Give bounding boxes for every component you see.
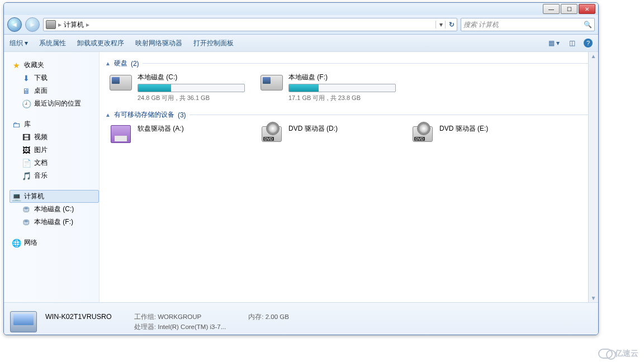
nav-bar: ◄ ► ▸ 计算机 ▸ ▾ ↻ 搜索 计算机 🔍 <box>4 15 598 35</box>
help-icon[interactable]: ? <box>584 39 593 47</box>
sidebar-local-disk-c[interactable]: ⛃本地磁盘 (C:) <box>20 203 99 216</box>
usage-bar <box>138 84 245 92</box>
forward-button[interactable]: ► <box>25 17 40 32</box>
computer-icon: 💻 <box>12 192 21 201</box>
sidebar-documents[interactable]: 📄文档 <box>20 156 99 169</box>
sidebar-local-disk-f[interactable]: ⛃本地磁盘 (F:) <box>20 216 99 228</box>
group-removable[interactable]: ▲ 有可移动存储的设备 (3) <box>105 110 593 120</box>
back-button[interactable]: ◄ <box>7 17 22 32</box>
scrollbar[interactable]: ▲▼ <box>588 52 598 302</box>
sidebar-music[interactable]: 🎵音乐 <box>20 169 99 182</box>
group-hard-drives[interactable]: ▲ 硬盘 (2) <box>105 59 593 68</box>
music-icon: 🎵 <box>22 172 31 180</box>
video-icon: 🎞 <box>22 133 31 142</box>
sidebar-videos[interactable]: 🎞视频 <box>20 131 99 144</box>
search-icon: 🔍 <box>584 21 592 28</box>
watermark: 亿速云 <box>598 349 638 359</box>
address-bar[interactable]: ▸ 计算机 ▸ ▾ ↻ <box>43 18 457 31</box>
recent-icon: 🕘 <box>22 99 31 108</box>
view-options-icon[interactable]: ▦ ▾ <box>548 39 560 47</box>
organize-menu[interactable]: 组织 ▾ <box>10 39 28 48</box>
map-drive-button[interactable]: 映射网络驱动器 <box>135 39 182 48</box>
address-dropdown[interactable]: ▾ <box>435 21 443 28</box>
drive-icon: ⛃ <box>22 218 31 227</box>
computer-name: WIN-K02T1VRUSRO <box>45 313 112 321</box>
hdd-icon <box>261 75 283 90</box>
network-icon: 🌐 <box>12 239 21 247</box>
explorer-window: — ☐ ✕ ◄ ► ▸ 计算机 ▸ ▾ ↻ 搜索 计算机 🔍 组织 ▾ 系统属性… <box>3 2 599 335</box>
close-button[interactable]: ✕ <box>579 4 595 14</box>
sidebar-recent[interactable]: 🕘最近访问的位置 <box>20 97 99 110</box>
minimize-button[interactable]: — <box>543 4 560 14</box>
drive-dvd-d[interactable]: DVD DVD 驱动器 (D:) <box>261 124 395 144</box>
system-properties-button[interactable]: 系统属性 <box>39 39 66 48</box>
dvd-icon: DVD <box>262 126 282 142</box>
usage-bar <box>288 84 396 92</box>
star-icon: ★ <box>12 61 21 70</box>
uninstall-button[interactable]: 卸载或更改程序 <box>77 39 124 48</box>
search-placeholder: 搜索 计算机 <box>463 20 499 30</box>
search-input[interactable]: 搜索 计算机 🔍 <box>461 18 595 31</box>
dvd-icon: DVD <box>413 126 433 142</box>
document-icon: 📄 <box>22 159 31 168</box>
sidebar-downloads[interactable]: ⬇下载 <box>20 72 99 84</box>
drive-f[interactable]: 本地磁盘 (F:) 17.1 GB 可用 , 共 23.8 GB <box>261 73 395 102</box>
refresh-button[interactable]: ↻ <box>445 21 454 28</box>
sidebar-network-header[interactable]: 🌐网络 <box>10 236 99 249</box>
watermark-icon <box>598 349 613 359</box>
content-pane: ▲▼ ▲ 硬盘 (2) 本地磁盘 (C:) 24.8 GB 可用 , 共 36.… <box>100 52 598 302</box>
drive-floppy-a[interactable]: 软盘驱动器 (A:) <box>110 124 244 144</box>
sidebar-pictures[interactable]: 🖼图片 <box>20 144 99 156</box>
title-bar: — ☐ ✕ <box>4 3 598 15</box>
collapse-icon: ▲ <box>105 112 111 118</box>
preview-pane-icon[interactable]: ◫ <box>566 39 578 47</box>
breadcrumb-segment[interactable]: 计算机 <box>64 20 84 30</box>
computer-icon <box>46 20 56 29</box>
toolbar: 组织 ▾ 系统属性 卸载或更改程序 映射网络驱动器 打开控制面板 ▦ ▾ ◫ ? <box>4 35 598 52</box>
floppy-icon <box>111 125 131 143</box>
sidebar-libraries-header[interactable]: 🗀库 <box>10 118 99 131</box>
picture-icon: 🖼 <box>22 146 31 155</box>
maximize-button[interactable]: ☐ <box>561 4 577 14</box>
control-panel-button[interactable]: 打开控制面板 <box>193 39 234 48</box>
collapse-icon: ▲ <box>105 60 111 66</box>
library-icon: 🗀 <box>12 120 21 129</box>
sidebar-desktop[interactable]: 🖥桌面 <box>20 84 99 97</box>
details-pane: WIN-K02T1VRUSRO 工作组: WORKGROUP 处理器: Inte… <box>4 302 598 335</box>
sidebar-computer-header[interactable]: 💻计算机 <box>10 190 99 203</box>
sidebar: ★收藏夹 ⬇下载 🖥桌面 🕘最近访问的位置 🗀库 🎞视频 🖼图片 📄文档 🎵音乐… <box>4 52 100 302</box>
desktop-icon: 🖥 <box>22 87 31 96</box>
hdd-icon <box>110 75 132 90</box>
drive-c[interactable]: 本地磁盘 (C:) 24.8 GB 可用 , 共 36.1 GB <box>110 73 244 102</box>
drive-dvd-e[interactable]: DVD DVD 驱动器 (E:) <box>411 124 546 144</box>
drive-icon: ⛃ <box>22 205 31 214</box>
sidebar-favorites-header[interactable]: ★收藏夹 <box>10 59 99 72</box>
pc-icon <box>10 311 37 332</box>
download-icon: ⬇ <box>22 74 31 83</box>
